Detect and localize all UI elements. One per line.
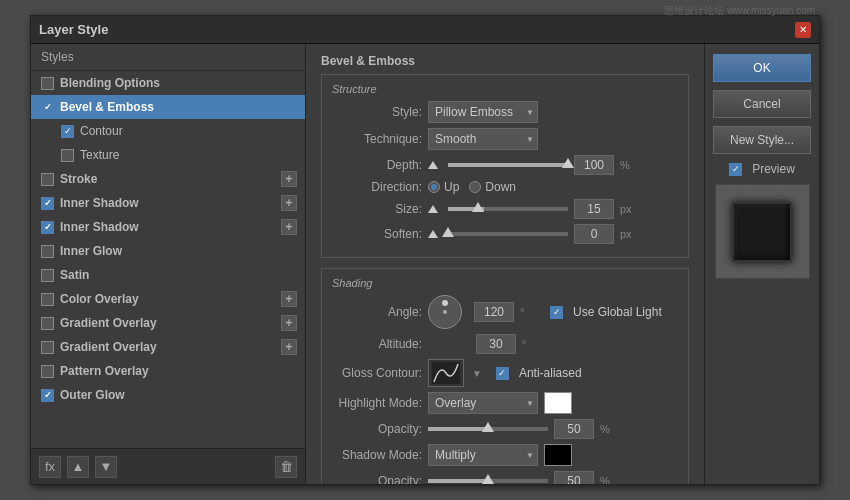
checkbox-inner-shadow-2[interactable] (41, 221, 54, 234)
sidebar-item-satin[interactable]: Satin (31, 263, 305, 287)
up-arrow-icon: ▲ (72, 459, 85, 474)
sidebar-item-inner-glow[interactable]: Inner Glow (31, 239, 305, 263)
sidebar-item-gradient-overlay-2[interactable]: Gradient Overlay + (31, 335, 305, 359)
sidebar-item-texture[interactable]: Texture (31, 143, 305, 167)
shadow-opacity-thumb[interactable] (482, 474, 494, 484)
sidebar-item-bevel-emboss[interactable]: Bevel & Emboss (31, 95, 305, 119)
sidebar-label-satin: Satin (60, 268, 89, 282)
style-select-wrapper: Outer Bevel Inner Bevel Emboss Pillow Em… (428, 101, 538, 123)
sidebar-item-outer-glow[interactable]: Outer Glow (31, 383, 305, 407)
soften-label: Soften: (332, 227, 422, 241)
direction-up-option[interactable]: Up (428, 180, 459, 194)
highlight-opacity-slider[interactable] (428, 427, 548, 431)
add-color-overlay-button[interactable]: + (281, 291, 297, 307)
panel-section-title: Bevel & Emboss (321, 54, 689, 68)
size-unit: px (620, 203, 636, 215)
shadow-opacity-slider[interactable] (428, 479, 548, 483)
shadow-opacity-unit: % (600, 475, 616, 484)
sidebar-item-blending-options[interactable]: Blending Options (31, 71, 305, 95)
depth-slider-thumb[interactable] (562, 158, 574, 168)
shadow-opacity-input[interactable] (554, 471, 594, 484)
checkbox-inner-shadow-1[interactable] (41, 197, 54, 210)
move-down-button[interactable]: ▼ (95, 456, 117, 478)
sidebar-label-stroke: Stroke (60, 172, 97, 186)
altitude-row: Altitude: ° (332, 334, 678, 354)
size-input[interactable] (574, 199, 614, 219)
altitude-label: Altitude: (332, 337, 422, 351)
highlight-opacity-thumb[interactable] (482, 422, 494, 432)
sidebar-item-contour[interactable]: Contour (31, 119, 305, 143)
global-light-checkbox[interactable] (550, 306, 563, 319)
shadow-mode-select[interactable]: Normal Multiply Screen (428, 444, 538, 466)
checkbox-gradient-overlay-1[interactable] (41, 317, 54, 330)
angle-input[interactable] (474, 302, 514, 322)
soften-input[interactable] (574, 224, 614, 244)
direction-down-label: Down (485, 180, 516, 194)
checkbox-stroke[interactable] (41, 173, 54, 186)
checkbox-texture[interactable] (61, 149, 74, 162)
altitude-input[interactable] (476, 334, 516, 354)
sidebar-item-stroke[interactable]: Stroke + (31, 167, 305, 191)
cancel-button[interactable]: Cancel (713, 90, 811, 118)
sidebar-label-gradient-overlay-1: Gradient Overlay (60, 316, 157, 330)
highlight-color-swatch[interactable] (544, 392, 572, 414)
checkbox-outer-glow[interactable] (41, 389, 54, 402)
highlight-mode-select[interactable]: Normal Overlay Multiply Screen (428, 392, 538, 414)
altitude-unit: ° (522, 338, 538, 350)
size-slider-thumb[interactable] (472, 202, 484, 212)
fx-button[interactable]: fx (39, 456, 61, 478)
angle-dial[interactable] (428, 295, 462, 329)
checkbox-inner-glow[interactable] (41, 245, 54, 258)
technique-select[interactable]: Smooth Chisel Hard Chisel Soft (428, 128, 538, 150)
soften-slider-thumb[interactable] (442, 227, 454, 237)
preview-checkbox[interactable] (729, 163, 742, 176)
close-button[interactable]: ✕ (795, 22, 811, 38)
move-up-button[interactable]: ▲ (67, 456, 89, 478)
checkbox-contour[interactable] (61, 125, 74, 138)
depth-slider[interactable] (448, 163, 568, 167)
angle-unit: ° (520, 306, 536, 318)
add-gradient-overlay-button[interactable]: + (281, 315, 297, 331)
sidebar-label-bevel-emboss: Bevel & Emboss (60, 100, 154, 114)
checkbox-color-overlay[interactable] (41, 293, 54, 306)
sidebar-item-color-overlay[interactable]: Color Overlay + (31, 287, 305, 311)
delete-button[interactable]: 🗑 (275, 456, 297, 478)
sidebar-label-inner-shadow-1: Inner Shadow (60, 196, 139, 210)
ok-button[interactable]: OK (713, 54, 811, 82)
shadow-color-swatch[interactable] (544, 444, 572, 466)
sidebar-item-gradient-overlay-1[interactable]: Gradient Overlay + (31, 311, 305, 335)
checkbox-gradient-overlay-2[interactable] (41, 341, 54, 354)
depth-input[interactable] (574, 155, 614, 175)
anti-aliased-checkbox[interactable] (496, 367, 509, 380)
checkbox-blending-options[interactable] (41, 77, 54, 90)
dialog-body: Styles Blending Options Bevel & Emboss C… (31, 44, 819, 484)
checkbox-satin[interactable] (41, 269, 54, 282)
new-style-button[interactable]: New Style... (713, 126, 811, 154)
watermark: 思维设计论坛 www.missyuan.com (664, 4, 815, 18)
size-slider[interactable] (448, 207, 568, 211)
gloss-contour-picker[interactable] (428, 359, 464, 387)
middle-panel: Bevel & Emboss Structure Style: Outer Be… (306, 44, 704, 484)
sidebar-item-inner-shadow-2[interactable]: Inner Shadow + (31, 215, 305, 239)
direction-up-radio[interactable] (428, 181, 440, 193)
add-inner-shadow-2-button[interactable]: + (281, 219, 297, 235)
add-gradient-overlay-2-button[interactable]: + (281, 339, 297, 355)
add-stroke-button[interactable]: + (281, 171, 297, 187)
checkbox-pattern-overlay[interactable] (41, 365, 54, 378)
sidebar-item-pattern-overlay[interactable]: Pattern Overlay (31, 359, 305, 383)
sidebar-item-inner-shadow-1[interactable]: Inner Shadow + (31, 191, 305, 215)
add-inner-shadow-button[interactable]: + (281, 195, 297, 211)
anti-aliased-label[interactable]: Anti-aliased (496, 366, 582, 380)
angle-label: Angle: (332, 305, 422, 319)
highlight-opacity-input[interactable] (554, 419, 594, 439)
checkbox-bevel-emboss[interactable] (41, 101, 54, 114)
soften-slider[interactable] (448, 232, 568, 236)
angle-row: Angle: ° Use Global Light (332, 295, 678, 329)
shadow-opacity-fill (428, 479, 488, 483)
direction-down-radio[interactable] (469, 181, 481, 193)
preview-label-row: Preview (713, 162, 811, 176)
style-select[interactable]: Outer Bevel Inner Bevel Emboss Pillow Em… (428, 101, 538, 123)
global-light-label[interactable]: Use Global Light (550, 305, 662, 319)
direction-down-option[interactable]: Down (469, 180, 516, 194)
highlight-opacity-fill (428, 427, 488, 431)
